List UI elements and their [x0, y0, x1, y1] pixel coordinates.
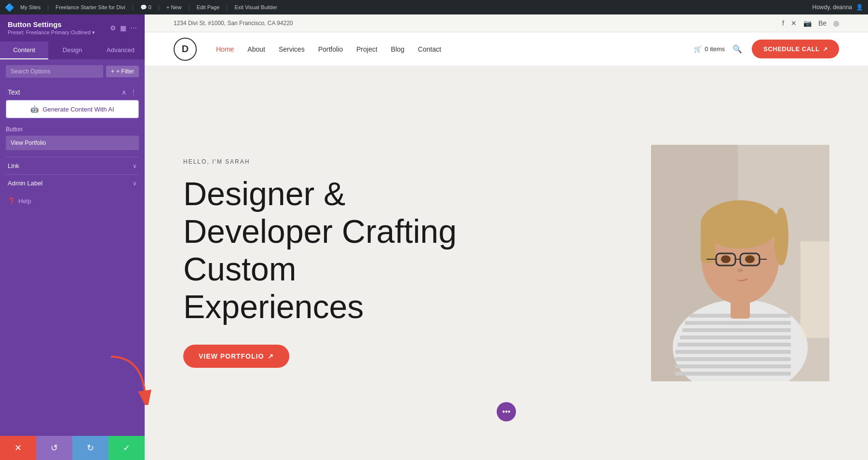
tab-design[interactable]: Design: [48, 42, 96, 59]
section-more-icon[interactable]: ⋮: [130, 88, 137, 96]
nav-link-about[interactable]: About: [247, 45, 265, 53]
close-button[interactable]: ✕: [0, 436, 36, 460]
tab-advanced[interactable]: Advanced: [96, 42, 145, 59]
new-link[interactable]: + New: [166, 4, 182, 10]
twitter-x-icon[interactable]: ✕: [791, 19, 797, 27]
exit-builder-link[interactable]: Exit Visual Builder: [234, 4, 277, 10]
section-icons: ∧ ⋮: [122, 88, 137, 96]
collapse-icon[interactable]: ∧: [122, 88, 126, 96]
svg-rect-8: [678, 343, 791, 347]
sidebar-content: + + Filter Text ∧ ⋮ 🤖 Generate Content W…: [0, 59, 145, 436]
instagram-icon[interactable]: 📷: [803, 19, 812, 27]
separator3: |: [158, 4, 160, 11]
svg-rect-11: [675, 364, 791, 368]
hero-portrait-svg: [651, 145, 829, 381]
svg-rect-16: [701, 224, 715, 263]
settings-icon[interactable]: ⚙: [110, 24, 116, 32]
howdy-text: Howdy, deanna: [813, 4, 853, 11]
link-row[interactable]: Link ∨: [6, 157, 139, 174]
link-label: Link: [8, 162, 19, 169]
svg-rect-5: [685, 321, 791, 325]
ai-generate-button[interactable]: 🤖 Generate Content With AI: [6, 100, 139, 118]
nav-link-services[interactable]: Services: [279, 45, 305, 53]
sidebar-bottom: ✕ ↺ ↻ ✓: [0, 436, 145, 460]
dribbble-icon[interactable]: ◎: [833, 19, 839, 27]
topbar: 1234 Divi St. #1000, San Francisco, CA 9…: [145, 14, 868, 32]
link-chevron-icon: ∨: [133, 163, 137, 169]
nav-bar: D Home About Services Portfolio Project …: [145, 32, 868, 66]
nav-link-home[interactable]: Home: [216, 45, 234, 53]
nav-logo: D: [174, 38, 197, 61]
hero-content: HELLO, I'M SARAH Designer & Developer Cr…: [183, 158, 651, 368]
search-input[interactable]: [6, 65, 103, 78]
main-layout: Button Settings Preset: Freelance Primar…: [0, 14, 868, 460]
site-name-link[interactable]: Freelance Starter Site for Divi: [55, 4, 125, 10]
sidebar-header-icons: ⚙ ▦ ⋯: [110, 24, 137, 32]
edit-page-link[interactable]: Edit Page: [197, 4, 220, 10]
save-button[interactable]: ✓: [108, 436, 145, 460]
nav-link-contact[interactable]: Contact: [418, 45, 441, 53]
sidebar: Button Settings Preset: Freelance Primar…: [0, 14, 145, 460]
hero-title: Designer & Developer Crafting Custom Exp…: [183, 175, 473, 326]
filter-button[interactable]: + + Filter: [106, 66, 139, 77]
view-portfolio-arrow-icon: ↗: [268, 352, 274, 360]
svg-rect-6: [682, 328, 791, 332]
button-field: Button: [6, 126, 139, 157]
nav-link-portfolio[interactable]: Portfolio: [318, 45, 343, 53]
button-text-input[interactable]: [6, 136, 139, 150]
search-filter-row: + + Filter: [6, 65, 139, 78]
nav-link-project[interactable]: Project: [356, 45, 378, 53]
undo-icon: ↺: [51, 443, 58, 453]
svg-point-25: [737, 268, 743, 272]
svg-rect-12: [675, 372, 791, 376]
nav-link-blog[interactable]: Blog: [391, 45, 405, 53]
undo-button[interactable]: ↺: [36, 436, 72, 460]
text-section-header[interactable]: Text ∧ ⋮: [6, 84, 139, 100]
schedule-call-button[interactable]: SCHEDULE CALL ↗: [752, 40, 839, 58]
save-icon: ✓: [123, 443, 130, 453]
view-portfolio-label: VIEW PORTFOLIO: [199, 352, 264, 360]
behance-icon[interactable]: Be: [818, 19, 827, 27]
nav-cart[interactable]: 🛒 0 items: [694, 45, 725, 53]
separator5: |: [226, 4, 228, 11]
comments-link[interactable]: 💬 0: [140, 4, 151, 11]
hero-section: HELLO, I'M SARAH Designer & Developer Cr…: [145, 66, 868, 460]
my-sites-link[interactable]: My Sites: [20, 4, 41, 10]
cta-arrow-icon: ↗: [823, 46, 828, 53]
sidebar-title: Button Settings: [8, 20, 95, 28]
filter-plus-icon: +: [111, 68, 114, 75]
view-portfolio-button[interactable]: VIEW PORTFOLIO ↗: [183, 345, 289, 368]
help-row[interactable]: ❓ Help: [6, 192, 139, 210]
ai-button-label: Generate Content With AI: [42, 106, 114, 113]
redo-button[interactable]: ↻: [72, 436, 108, 460]
svg-rect-7: [680, 335, 791, 339]
sidebar-tabs: Content Design Advanced: [0, 42, 145, 59]
wp-logo-icon[interactable]: 🔷: [5, 3, 14, 12]
admin-label-row[interactable]: Admin Label ∨: [6, 174, 139, 192]
ai-icon: 🤖: [30, 105, 39, 113]
cart-icon: 🛒: [694, 45, 702, 53]
sidebar-title-area: Button Settings Preset: Freelance Primar…: [8, 20, 95, 36]
separator2: |: [132, 4, 134, 11]
facebook-icon[interactable]: f: [782, 19, 784, 27]
admin-label-chevron-icon: ∨: [133, 180, 137, 187]
hero-image: [651, 145, 829, 381]
help-icon: ❓: [8, 197, 15, 205]
svg-point-24: [745, 255, 755, 263]
columns-icon[interactable]: ▦: [120, 24, 126, 32]
svg-rect-9: [675, 350, 791, 354]
hero-subtitle: HELLO, I'M SARAH: [183, 158, 632, 165]
more-icon[interactable]: ⋯: [130, 24, 137, 32]
button-field-label: Button: [6, 126, 139, 133]
website-area: 1234 Divi St. #1000, San Francisco, CA 9…: [145, 14, 868, 460]
dots-menu-button[interactable]: •••: [497, 402, 516, 421]
separator: |: [47, 4, 49, 11]
svg-point-26: [719, 279, 743, 296]
tab-content[interactable]: Content: [0, 42, 48, 59]
text-section-title: Text: [8, 88, 20, 96]
search-icon[interactable]: 🔍: [732, 44, 742, 54]
sidebar-preset[interactable]: Preset: Freelance Primary Outlined ▾: [8, 29, 95, 36]
sidebar-header: Button Settings Preset: Freelance Primar…: [0, 14, 145, 42]
filter-label: + Filter: [116, 68, 134, 75]
admin-bar-left: 🔷 My Sites | Freelance Starter Site for …: [5, 3, 277, 12]
